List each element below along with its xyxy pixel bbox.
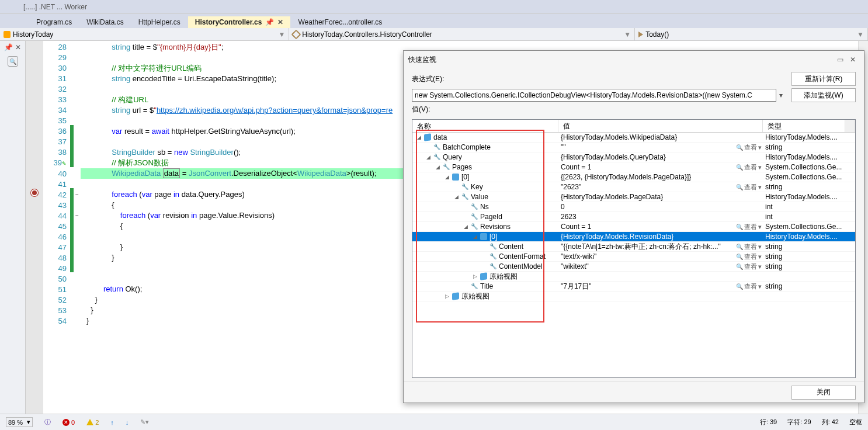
nav-method[interactable]: Today()▼ — [635, 28, 868, 40]
toolbar: [.....] .NET ... Worker — [0, 0, 868, 14]
watch-row[interactable]: 🔧RevisionsCount = 1查看 ▾System.Collection… — [412, 222, 855, 232]
chevron-down-icon[interactable]: ▾ — [776, 91, 786, 99]
expand-icon[interactable] — [473, 273, 479, 279]
close-icon[interactable]: ✕ — [277, 18, 283, 26]
property-icon: 🔧 — [443, 164, 450, 171]
view-dropdown[interactable]: 查看 ▾ — [736, 223, 762, 231]
watch-row[interactable]: 🔧PagesCount = 1查看 ▾System.Collections.Ge… — [412, 162, 855, 172]
zoom-level[interactable]: 89 %▾ — [6, 417, 33, 427]
magnifier-icon[interactable] — [736, 183, 743, 190]
class-icon — [291, 29, 301, 39]
nav-class[interactable]: HistoryToday.Controllers.HistoryControll… — [289, 28, 635, 40]
expand-icon[interactable] — [464, 224, 470, 230]
warning-count[interactable]: 2 — [86, 419, 99, 426]
watch-row[interactable]: 原始视图 — [412, 292, 855, 301]
col-value[interactable]: 值 — [558, 120, 763, 132]
watch-row[interactable]: 🔧PageId2623int — [412, 212, 855, 222]
expand-icon[interactable] — [426, 154, 432, 160]
view-dropdown[interactable]: 查看 ▾ — [736, 163, 762, 172]
tab-wikidata-cs[interactable]: WikiData.cs — [79, 16, 131, 28]
watch-row[interactable]: 🔧Value{HistoryToday.Models.PageData}Hist… — [412, 192, 855, 202]
property-icon: 🔧 — [433, 144, 440, 151]
watch-row[interactable]: 🔧ContentModel"wikitext"查看 ▾string — [412, 262, 855, 272]
magnifier-icon[interactable] — [736, 144, 743, 151]
magnifier-icon[interactable] — [736, 243, 743, 250]
tab-weatherforec-ontroller-cs[interactable]: WeatherForec...ontroller.cs — [291, 16, 390, 28]
view-dropdown[interactable]: 查看 ▾ — [736, 252, 762, 261]
object-icon — [452, 292, 459, 300]
tab-program-cs[interactable]: Program.cs — [29, 16, 79, 28]
status-spaces: 空枢 — [849, 418, 862, 426]
grid-body[interactable]: data{HistoryToday.Models.WikipediaData}H… — [412, 133, 855, 377]
watch-row[interactable]: [0]{[2623, {HistoryToday.Models.PageData… — [412, 172, 855, 182]
watch-row[interactable]: 🔧Title"7月17日"查看 ▾string — [412, 282, 855, 292]
col-type[interactable]: 类型 — [763, 120, 845, 132]
watch-row[interactable]: 🔧Key"2623"查看 ▾string — [412, 182, 855, 192]
magnifier-icon[interactable] — [736, 283, 743, 290]
property-icon: 🔧 — [471, 203, 478, 210]
status-col: 列: 42 — [822, 418, 839, 426]
breakpoint-icon[interactable] — [31, 189, 38, 196]
info-icon[interactable]: ⓘ — [44, 418, 51, 426]
magnifier-icon[interactable] — [736, 223, 743, 230]
chevron-down-icon[interactable]: ▾ — [758, 263, 762, 271]
watch-row[interactable]: 🔧ContentFormat"text/x-wiki"查看 ▾string — [412, 252, 855, 262]
nav-down-icon[interactable]: ↓ — [126, 419, 129, 426]
watch-row[interactable]: [0]{HistoryToday.Models.RevisionData}His… — [412, 232, 855, 242]
chevron-down-icon[interactable]: ▾ — [758, 164, 762, 171]
view-dropdown[interactable]: 查看 ▾ — [736, 262, 762, 271]
autohide-pin-icon[interactable]: 📌 ✕ — [0, 41, 25, 54]
maximize-icon[interactable]: ▭ — [834, 56, 846, 64]
reevaluate-button[interactable]: 重新计算(R) — [791, 72, 856, 86]
view-dropdown[interactable]: 查看 ▾ — [736, 143, 762, 152]
close-button[interactable]: 关闭 — [791, 386, 856, 400]
watch-row[interactable]: data{HistoryToday.Models.WikipediaData}H… — [412, 133, 855, 143]
pin-icon[interactable]: 📌 — [265, 18, 274, 26]
expand-icon[interactable] — [436, 164, 442, 170]
view-dropdown[interactable]: 查看 ▾ — [736, 282, 762, 292]
chevron-down-icon[interactable]: ▾ — [758, 253, 762, 261]
add-watch-button[interactable]: 添加监视(W) — [791, 88, 856, 102]
property-icon: 🔧 — [489, 243, 497, 250]
magnifier-icon[interactable] — [736, 253, 743, 260]
chevron-down-icon[interactable]: ▾ — [758, 183, 762, 191]
nav-up-icon[interactable]: ↑ — [110, 419, 114, 426]
chevron-down-icon[interactable]: ▾ — [758, 283, 762, 290]
error-count[interactable]: ✕0 — [63, 419, 75, 426]
index-icon — [452, 174, 459, 181]
index-icon — [480, 233, 487, 240]
magnifier-icon[interactable] — [736, 164, 743, 171]
expand-icon[interactable] — [445, 293, 451, 299]
property-icon: 🔧 — [471, 283, 478, 290]
grid-header: 名称 值 类型 — [412, 120, 855, 133]
chevron-down-icon[interactable]: ▾ — [758, 223, 762, 231]
brush-icon[interactable]: ✎▾ — [140, 418, 149, 426]
tab-historycontroller-cs[interactable]: HistoryController.cs📌✕ — [188, 16, 291, 28]
chevron-down-icon: ▼ — [624, 30, 631, 39]
watch-row[interactable]: 🔧Content"{{noteTA\n|1=zh-tw:蔣中正; zh-cn:蒋… — [412, 242, 855, 252]
object-icon — [480, 272, 487, 280]
watch-row[interactable]: 原始视图 — [412, 272, 855, 282]
chevron-down-icon[interactable]: ▾ — [758, 144, 762, 151]
expand-icon[interactable] — [473, 234, 479, 240]
expand-icon[interactable] — [445, 174, 451, 180]
quickwatch-titlebar[interactable]: 快速监视 ▭ ✕ — [404, 51, 864, 68]
expand-icon[interactable] — [417, 134, 423, 140]
navigation-bar: HistoryToday▼ HistoryToday.Controllers.H… — [0, 28, 868, 41]
expand-icon[interactable] — [454, 194, 460, 200]
chevron-down-icon[interactable]: ▾ — [758, 243, 762, 251]
expression-input[interactable] — [412, 89, 776, 102]
tab-httphelper-cs[interactable]: HttpHelper.cs — [131, 16, 188, 28]
nav-project[interactable]: HistoryToday▼ — [0, 28, 289, 40]
magnifier-icon[interactable] — [736, 263, 743, 270]
watch-row[interactable]: 🔧Query{HistoryToday.Models.QueryData}His… — [412, 152, 855, 162]
method-icon — [638, 32, 643, 37]
col-name[interactable]: 名称 — [412, 120, 558, 132]
quickwatch-window: 快速监视 ▭ ✕ 表达式(E): 重新计算(R) ▾ 添加监视(W) 值(V):… — [403, 50, 864, 403]
search-icon[interactable]: 🔍 — [8, 56, 18, 67]
watch-row[interactable]: 🔧Ns0int — [412, 202, 855, 212]
view-dropdown[interactable]: 查看 ▾ — [736, 183, 762, 192]
watch-row[interactable]: 🔧BatchComplete""查看 ▾string — [412, 143, 855, 152]
close-icon[interactable]: ✕ — [846, 56, 859, 64]
view-dropdown[interactable]: 查看 ▾ — [736, 242, 762, 252]
